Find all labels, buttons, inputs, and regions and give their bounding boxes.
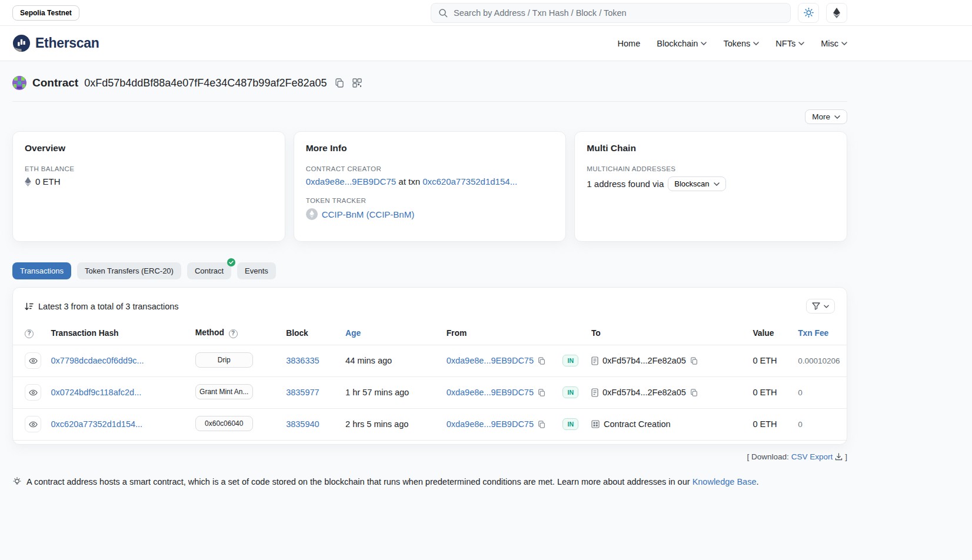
overview-card: Overview ETH BALANCE 0 ETH bbox=[12, 131, 285, 242]
tab-events[interactable]: Events bbox=[237, 262, 276, 279]
filter-funnel-icon bbox=[812, 302, 820, 310]
table-header-row: ? Transaction Hash Method ? Block Age Fr… bbox=[13, 322, 847, 345]
from-address-link[interactable]: 0xda9e8e...9EB9DC75 bbox=[447, 419, 534, 429]
tab-contract[interactable]: Contract bbox=[187, 262, 231, 279]
note-text: A contract address hosts a smart contrac… bbox=[26, 477, 690, 486]
to-address-text: 0xFd57b4...2Fe82a05 bbox=[602, 356, 686, 365]
copy-icon[interactable] bbox=[538, 421, 545, 428]
multichain-card: Multi Chain MULTICHAIN ADDRESSES 1 addre… bbox=[574, 131, 847, 242]
direction-badge: IN bbox=[562, 418, 578, 431]
copy-address-icon[interactable] bbox=[335, 78, 344, 88]
creator-connector-text: at txn bbox=[398, 176, 420, 186]
chevron-down-icon bbox=[798, 42, 804, 45]
brand-name: Etherscan bbox=[35, 35, 99, 51]
preview-txn-button[interactable] bbox=[25, 352, 41, 369]
search-icon bbox=[438, 8, 448, 18]
blockscan-dropdown-button[interactable]: Blockscan bbox=[668, 176, 725, 191]
copy-icon[interactable] bbox=[690, 389, 698, 396]
contract-file-icon bbox=[591, 356, 598, 365]
table-row: 0x7798dcdaec0f6dd9c... Drip 3836335 44 m… bbox=[13, 345, 847, 376]
chevron-down-icon bbox=[834, 115, 840, 119]
nav-blockchain[interactable]: Blockchain bbox=[657, 39, 707, 48]
preview-txn-button[interactable] bbox=[25, 416, 41, 432]
column-header-age[interactable]: Age bbox=[345, 329, 361, 338]
download-prefix: [ Download: bbox=[747, 452, 788, 461]
contract-creation-icon bbox=[591, 420, 600, 428]
tab-transactions-label: Transactions bbox=[20, 266, 64, 275]
nav-tokens[interactable]: Tokens bbox=[723, 39, 759, 48]
more-button-label: More bbox=[812, 112, 830, 121]
knowledge-base-link[interactable]: Knowledge Base bbox=[693, 477, 757, 486]
contract-creator-label: CONTRACT CREATOR bbox=[306, 165, 554, 172]
method-badge: Grant Mint An... bbox=[195, 384, 253, 399]
token-logo-icon bbox=[306, 208, 318, 220]
eth-glyph-icon bbox=[25, 177, 31, 186]
txn-hash-link[interactable]: 0x0724bdf9c118afc2d... bbox=[51, 388, 142, 397]
chevron-down-icon bbox=[824, 305, 829, 308]
theme-toggle-button[interactable] bbox=[798, 3, 819, 23]
value-text: 0 ETH bbox=[753, 356, 777, 365]
nav-nfts[interactable]: NFTs bbox=[775, 39, 804, 48]
block-link[interactable]: 3836335 bbox=[286, 356, 319, 365]
eye-icon bbox=[29, 389, 38, 396]
tab-contract-label: Contract bbox=[195, 266, 224, 275]
nav-blockchain-label: Blockchain bbox=[657, 39, 698, 48]
txn-hash-link[interactable]: 0x7798dcdaec0f6dd9c... bbox=[51, 356, 144, 365]
chevron-down-icon bbox=[714, 182, 720, 186]
csv-export-link[interactable]: CSV Export bbox=[791, 452, 833, 461]
value-text: 0 ETH bbox=[753, 388, 777, 397]
tab-events-label: Events bbox=[245, 266, 268, 275]
nav-home[interactable]: Home bbox=[618, 39, 641, 48]
block-link[interactable]: 3835940 bbox=[286, 419, 319, 429]
copy-icon[interactable] bbox=[538, 357, 545, 365]
token-tracker-link[interactable]: CCIP-BnM (CCIP-BnM) bbox=[322, 209, 415, 219]
tab-token-transfers[interactable]: Token Transfers (ERC-20) bbox=[77, 262, 181, 279]
column-header-fee[interactable]: Txn Fee bbox=[798, 329, 828, 338]
etherscan-logo[interactable]: Etherscan bbox=[12, 34, 99, 52]
copy-icon[interactable] bbox=[690, 357, 698, 365]
creation-txn-link[interactable]: 0xc620a77352d1d154... bbox=[422, 176, 517, 186]
nav-misc[interactable]: Misc bbox=[821, 39, 847, 48]
nav-nfts-label: NFTs bbox=[775, 39, 795, 48]
download-icon[interactable] bbox=[835, 453, 843, 461]
filter-button[interactable] bbox=[806, 299, 835, 314]
more-info-card: More Info CONTRACT CREATOR 0xda9e8e...9E… bbox=[294, 131, 567, 242]
direction-badge: IN bbox=[562, 355, 578, 367]
copy-icon[interactable] bbox=[538, 389, 545, 396]
table-row: 0x0724bdf9c118afc2d... Grant Mint An... … bbox=[13, 376, 847, 408]
creator-address-link[interactable]: 0xda9e8e...9EB9DC75 bbox=[306, 176, 396, 186]
column-header-from: From bbox=[442, 322, 558, 345]
contract-address: 0xFd57b4ddBf88a4e07fF4e34C487b99af2Fe82a… bbox=[84, 77, 327, 89]
contract-file-icon bbox=[591, 388, 598, 397]
contract-header: Contract 0xFd57b4ddBf88a4e07fF4e34C487b9… bbox=[12, 61, 847, 101]
search-bar[interactable] bbox=[431, 3, 791, 23]
more-info-card-title: More Info bbox=[306, 143, 554, 154]
qr-code-icon[interactable] bbox=[352, 78, 362, 88]
from-address-link[interactable]: 0xda9e8e...9EB9DC75 bbox=[447, 388, 534, 397]
tab-transactions[interactable]: Transactions bbox=[12, 262, 71, 279]
nav-tokens-label: Tokens bbox=[723, 39, 750, 48]
site-header: Etherscan Home Blockchain Tokens NFTs bbox=[0, 26, 972, 61]
age-text: 44 mins ago bbox=[345, 356, 392, 365]
address-blockie-avatar bbox=[12, 76, 26, 90]
network-selector-button[interactable]: Sepolia Testnet bbox=[12, 5, 79, 21]
chevron-down-icon bbox=[701, 42, 707, 45]
txn-hash-link[interactable]: 0xc620a77352d1d154... bbox=[51, 419, 143, 429]
block-link[interactable]: 3835977 bbox=[286, 388, 319, 397]
search-input[interactable] bbox=[452, 8, 783, 18]
preview-txn-button[interactable] bbox=[25, 384, 41, 401]
sun-icon bbox=[804, 8, 814, 18]
tab-bar: Transactions Token Transfers (ERC-20) Co… bbox=[12, 262, 847, 279]
lightbulb-icon bbox=[12, 477, 22, 486]
network-eth-button[interactable] bbox=[826, 3, 847, 23]
column-header-value: Value bbox=[748, 322, 793, 345]
overview-card-title: Overview bbox=[25, 143, 273, 154]
method-badge: Drip bbox=[195, 352, 253, 368]
txn-fee-text: 0 bbox=[798, 420, 803, 429]
help-circle-icon[interactable]: ? bbox=[25, 329, 34, 338]
help-circle-icon[interactable]: ? bbox=[229, 329, 238, 338]
more-dropdown-button[interactable]: More bbox=[805, 109, 847, 124]
transactions-summary: Latest 3 from a total of 3 transactions bbox=[38, 302, 179, 311]
from-address-link[interactable]: 0xda9e8e...9EB9DC75 bbox=[447, 356, 534, 365]
column-header-to: To bbox=[587, 322, 748, 345]
